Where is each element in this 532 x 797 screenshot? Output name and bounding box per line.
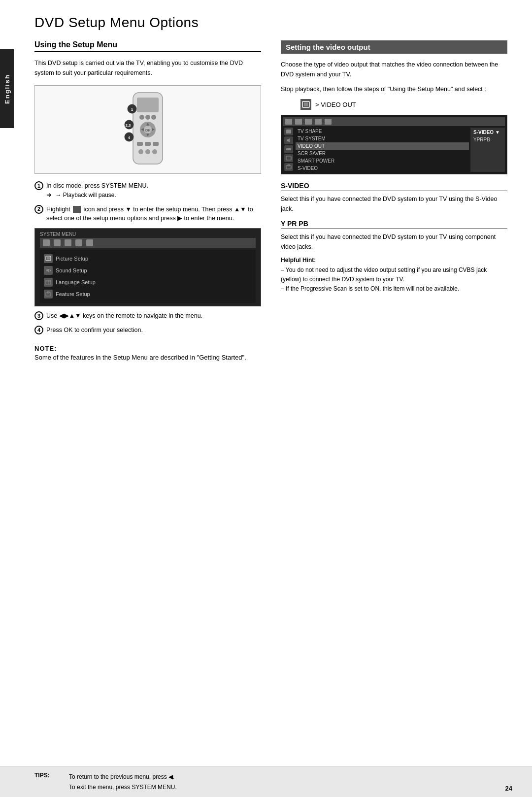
svg-marker-35 (287, 138, 290, 142)
step-4: 4 Press OK to confirm your selection. (34, 326, 261, 335)
menu-bar-icon-3 (65, 239, 71, 246)
step-4-content: Press OK to confirm your selection. (46, 326, 261, 335)
feature-setup-icon (44, 290, 53, 299)
svg-rect-14 (153, 142, 159, 146)
menu-bar-icon-5 (86, 239, 93, 246)
svg-point-17 (152, 149, 157, 154)
tips-content: To return to the previous menu, press ◀.… (69, 772, 177, 792)
note-title: NOTE: (34, 345, 261, 352)
step-3: 3 Use ◀▶▲▼ keys on the remote to navigat… (34, 311, 261, 321)
picture-setup-label: Picture Setup (56, 256, 88, 262)
vscreen-icon-4 (315, 119, 322, 125)
step-1-num: 1 (34, 181, 43, 190)
remote-image: OK 1 (34, 85, 261, 174)
menu-bar-icon-4 (75, 239, 82, 246)
vscreen-icon-5 (325, 119, 332, 125)
step-2-content: Highlight icon and press ▼ to enter the … (46, 205, 261, 224)
hint-line-2: – If the Progressive Scan is set to ON, … (281, 284, 507, 294)
svg-point-3 (145, 115, 150, 120)
vscreen-row-smartpower: SMART POWER (296, 157, 469, 165)
sidebar-icon-2 (284, 136, 293, 144)
sound-setup-icon (44, 266, 53, 275)
menu-bar-icon-2 (54, 239, 61, 246)
step-1: 1 In disc mode, press SYSTEM MENU. ➜ → P… (34, 181, 261, 200)
vscreen-row-videoout: VIDEO OUT (296, 142, 469, 150)
svg-marker-26 (46, 268, 49, 272)
right-section-title: Setting the video output (281, 40, 507, 54)
svg-rect-34 (286, 130, 291, 133)
svg-rect-33 (304, 102, 308, 106)
menu-item-language: Language Setup (44, 276, 252, 288)
submenu-svideo: S-VIDEO ▼ (473, 129, 502, 136)
menu-bar (40, 238, 256, 248)
tips-label: TIPS: (34, 772, 59, 792)
picture-setup-icon (44, 254, 53, 263)
svg-text:1: 1 (131, 107, 133, 112)
feature-setup-label: Feature Setup (56, 291, 90, 297)
vscreen-row-svideo-menu: S-VIDEO (296, 165, 469, 172)
step-3-content: Use ◀▶▲▼ keys on the remote to navigate … (46, 311, 261, 321)
menu-item-sound: Sound Setup (44, 265, 252, 276)
page-wrapper: English DVD Setup Menu Options Using the… (0, 0, 532, 797)
side-tab: English (0, 49, 14, 128)
svg-rect-36 (286, 148, 291, 150)
footer-tips: TIPS: To return to the previous menu, pr… (34, 772, 177, 792)
menu-bar-icon-1 (43, 239, 50, 246)
menu-screenshot: SYSTEM MENU Picture Setup (34, 228, 261, 306)
menu-item-feature: Feature Setup (44, 288, 252, 300)
tip-1: To return to the previous menu, press ◀. (69, 772, 177, 782)
page-title: DVD Setup Menu Options (34, 15, 512, 31)
svg-rect-12 (137, 142, 143, 146)
vscreen-main: TV SHAPE TV SYSTEM VIDEO OUT SCR SAVER S… (296, 128, 469, 172)
svideo-header: S-VIDEO (281, 182, 507, 191)
hint-line-1: – You do not need to adjust the video ou… (281, 266, 507, 284)
language-setup-label: Language Setup (56, 279, 96, 285)
svg-rect-1 (137, 98, 159, 112)
menu-items-list: Picture Setup Sound Setup (40, 250, 256, 303)
step-4-num: 4 (34, 326, 43, 334)
vscreen-icon-2 (295, 119, 302, 125)
vscreen-submenu: S-VIDEO ▼ YPRPB (470, 128, 505, 172)
sidebar-icon-1 (284, 128, 293, 135)
left-section-title: Using the Setup Menu (34, 40, 261, 52)
right-column: Setting the video output Choose the type… (281, 40, 507, 363)
sidebar-icon-lang (284, 154, 293, 162)
step-2: 2 Highlight icon and press ▼ to enter th… (34, 205, 261, 224)
remote-svg: OK 1 (108, 90, 187, 169)
video-screen: TV SHAPE TV SYSTEM VIDEO OUT SCR SAVER S… (281, 115, 507, 174)
vscreen-sidebar (283, 128, 294, 172)
sound-setup-label: Sound Setup (56, 267, 87, 273)
note-section: NOTE: Some of the features in the Setup … (34, 345, 261, 363)
step2-highlight-text: Highlight (46, 206, 70, 213)
videoout-label: VIDEO OUT (298, 143, 325, 149)
sys-menu-label: SYSTEM MENU (40, 232, 256, 237)
video-out-label: > VIDEO OUT (300, 99, 507, 110)
svg-point-16 (145, 149, 150, 154)
vscreen-topbar (283, 117, 505, 126)
vscreen-row-tvshape: TV SHAPE (296, 128, 469, 135)
yprpb-header: Y PR PB (281, 220, 507, 229)
vscreen-row-tvsystem: TV SYSTEM (296, 135, 469, 142)
yprpb-text: Select this if you have connected the DV… (281, 232, 507, 252)
tip-2: To exit the menu, press SYSTEM MENU. (69, 782, 177, 792)
menu-item-picture: Picture Setup (44, 253, 252, 265)
right-step-text: Stop playback, then follow the steps of … (281, 84, 507, 94)
vscreen-icon-1 (285, 119, 292, 125)
svg-rect-25 (47, 257, 50, 260)
page-number: 24 (505, 785, 512, 792)
two-column-layout: Using the Setup Menu This DVD setup is c… (34, 40, 512, 363)
left-column: Using the Setup Menu This DVD setup is c… (34, 40, 261, 363)
step-3-num: 3 (34, 311, 43, 320)
svg-point-15 (138, 149, 143, 154)
menu-icon (73, 206, 81, 213)
right-intro-text: Choose the type of video output that mat… (281, 60, 507, 79)
svg-text:4: 4 (128, 135, 131, 140)
video-out-icon (300, 99, 311, 110)
language-setup-icon (44, 278, 53, 287)
vscreen-body: TV SHAPE TV SYSTEM VIDEO OUT SCR SAVER S… (283, 128, 505, 172)
intro-text: This DVD setup is carried out via the TV… (34, 58, 261, 78)
hint-section: Helpful Hint: – You do not need to adjus… (281, 257, 507, 294)
sidebar-icon-feature (284, 163, 293, 171)
svg-rect-13 (145, 142, 151, 146)
submenu-yprpb: YPRPB (473, 136, 502, 143)
